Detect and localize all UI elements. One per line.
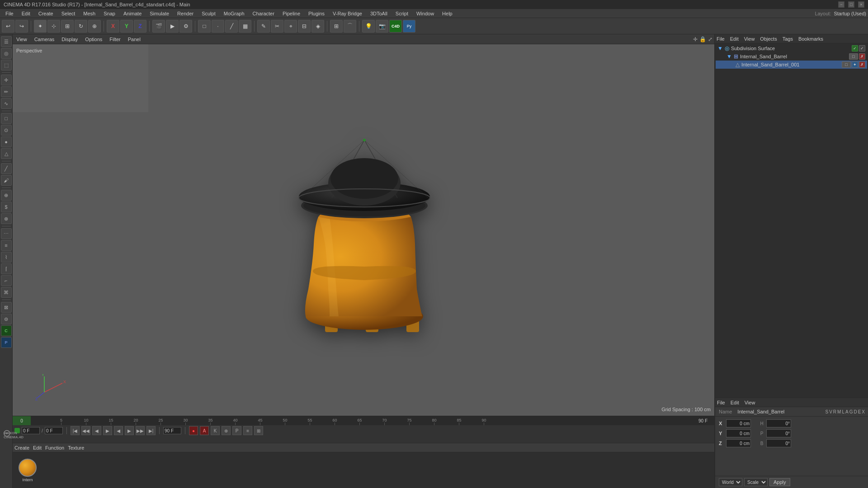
attr-tab-file[interactable]: File <box>717 400 725 405</box>
menu-character[interactable]: Character <box>249 10 278 17</box>
first-frame-button[interactable]: |◀ <box>71 426 80 435</box>
menu-sculpt[interactable]: Sculpt <box>198 10 219 17</box>
vp-menu-cameras[interactable]: Cameras <box>33 36 57 43</box>
attr-v-icon[interactable]: V <box>829 409 832 414</box>
vp-icon-lock[interactable]: 🔒 <box>699 36 706 42</box>
x-axis-button[interactable]: X <box>107 20 119 33</box>
obj-mode-button[interactable]: □ <box>198 20 211 33</box>
menu-vray[interactable]: V-Ray Bridge <box>329 10 366 17</box>
left-tool-pen[interactable]: ✏ <box>1 86 12 97</box>
select-tool[interactable]: ✦ <box>34 20 47 33</box>
subdivision-expand-icon[interactable]: ▼ <box>717 45 723 52</box>
barrel-badge-1[interactable]: □ <box>849 53 858 60</box>
timeline-extra-2[interactable]: ⊞ <box>254 426 263 435</box>
timeline-ruler[interactable]: 0 5 10 15 20 25 30 35 40 45 50 55 60 65 … <box>13 416 714 425</box>
spline-tool[interactable]: ⌒ <box>344 20 356 33</box>
obj-row-subdivision[interactable]: ▼ ◎ Subdivision Surface ✓ ✓ <box>716 44 867 52</box>
left-tool-spline[interactable]: ∿ <box>1 98 12 109</box>
bevel-tool[interactable]: ◈ <box>311 20 324 33</box>
left-tool-b[interactable]: $ <box>1 202 12 212</box>
left-tool-c[interactable]: ⊗ <box>1 213 12 224</box>
attr-a-icon[interactable]: A <box>845 409 849 414</box>
vp-menu-filter[interactable]: Filter <box>108 36 122 43</box>
play-button[interactable]: ▶ <box>103 426 112 435</box>
subdivision-badge-green[interactable]: ✓ <box>852 45 858 52</box>
menu-script[interactable]: Script <box>392 10 412 17</box>
z-pos-input[interactable] <box>726 439 751 447</box>
left-tool-e[interactable]: ≡ <box>1 240 12 251</box>
y-rot-input[interactable] <box>766 429 791 437</box>
menu-animate[interactable]: Animate <box>120 10 145 17</box>
left-tool-sphere[interactable]: ● <box>1 136 12 147</box>
menu-render[interactable]: Render <box>174 10 197 17</box>
vp-menu-display[interactable]: Display <box>60 36 80 43</box>
left-tool-i[interactable]: ⌘ <box>1 287 12 298</box>
left-tool-d[interactable]: ⋯ <box>1 228 12 239</box>
attr-tab-edit[interactable]: Edit <box>731 400 739 405</box>
timeline-extra-1[interactable]: ≡ <box>243 426 252 435</box>
close-button[interactable]: × <box>858 1 864 8</box>
left-tool-g[interactable]: ⌈ <box>1 263 12 274</box>
obj-tab-edit[interactable]: Edit <box>730 36 739 42</box>
menu-help[interactable]: Help <box>439 10 456 17</box>
attr-g-icon[interactable]: G <box>849 409 853 414</box>
vp-menu-view[interactable]: View <box>14 36 29 43</box>
y-pos-input[interactable] <box>726 429 751 437</box>
prev-key-button[interactable]: ◀◀ <box>81 426 90 435</box>
play-reverse-button[interactable]: ▶ <box>114 426 123 435</box>
barrel001-badge-1[interactable]: □ <box>842 61 851 68</box>
vp-menu-panel[interactable]: Panel <box>126 36 142 43</box>
point-mode-button[interactable]: · <box>212 20 224 33</box>
left-tool-cylinder[interactable]: ⊙ <box>1 125 12 136</box>
menu-edit[interactable]: Edit <box>18 10 34 17</box>
menu-3dtoall[interactable]: 3DToAll <box>367 10 391 17</box>
vp-menu-options[interactable]: Options <box>83 36 104 43</box>
left-tool-cone[interactable]: △ <box>1 148 12 159</box>
attr-e-icon[interactable]: E <box>858 409 861 414</box>
render-button[interactable]: ▶ <box>166 20 179 33</box>
viewport[interactable]: Perspective <box>13 44 714 416</box>
barrel-badge-2[interactable]: ✗ <box>859 53 865 60</box>
subdivision-badge-check[interactable]: ✓ <box>859 45 865 52</box>
edge-mode-button[interactable]: ╱ <box>225 20 238 33</box>
left-tool-j[interactable]: ⊜ <box>1 314 12 324</box>
menu-mesh[interactable]: Mesh <box>80 10 99 17</box>
attr-s-icon[interactable]: S <box>825 409 828 414</box>
extrude-tool[interactable]: ⊟ <box>298 20 311 33</box>
attr-r-icon[interactable]: R <box>833 409 836 414</box>
obj-tab-tags[interactable]: Tags <box>783 36 793 42</box>
transform-tool[interactable]: ⊕ <box>88 20 101 33</box>
left-tool-move[interactable]: ✛ <box>1 75 12 85</box>
move-tool[interactable]: ⊹ <box>47 20 60 33</box>
obj-tab-view[interactable]: View <box>744 36 755 42</box>
x-pos-input[interactable] <box>726 419 751 427</box>
scale-select[interactable]: Scale <box>744 478 768 486</box>
left-tool-selection[interactable]: ⬚ <box>1 60 12 70</box>
obj-row-barrel[interactable]: ▼ ⊞ Internal_Sand_Barrel □ ✗ <box>716 52 867 61</box>
menu-plugins[interactable]: Plugins <box>305 10 328 17</box>
vp-icon-move[interactable]: ✛ <box>693 36 698 42</box>
left-tool-texture[interactable]: ⊠ <box>1 302 12 313</box>
knife-tool[interactable]: ✂ <box>271 20 283 33</box>
world-select[interactable]: World <box>719 478 742 486</box>
mat-menu-texture[interactable]: Texture <box>68 445 84 450</box>
y-axis-button[interactable]: Y <box>120 20 133 33</box>
material-item-intern[interactable]: Intern <box>16 459 39 482</box>
end-frame-input[interactable] <box>163 427 181 434</box>
left-tool-a[interactable]: ⊕ <box>1 190 12 201</box>
auto-key-button[interactable]: A <box>200 426 209 435</box>
obj-tab-bookmarks[interactable]: Bookmarks <box>798 36 823 42</box>
menu-window[interactable]: Window <box>413 10 438 17</box>
render-view-button[interactable]: 🎬 <box>152 20 165 33</box>
left-tool-1[interactable]: ☰ <box>1 36 12 47</box>
attr-x-icon[interactable]: X <box>862 409 865 414</box>
scale-tool[interactable]: ⊞ <box>61 20 74 33</box>
menu-snap[interactable]: Snap <box>100 10 119 17</box>
attr-d-icon[interactable]: D <box>854 409 857 414</box>
left-tool-box[interactable]: □ <box>1 113 12 124</box>
menu-mograph[interactable]: MoGraph <box>220 10 248 17</box>
minimize-button[interactable]: − <box>838 1 844 8</box>
obj-tab-file[interactable]: File <box>717 36 725 42</box>
next-key-button[interactable]: ▶▶ <box>136 426 145 435</box>
left-tool-py2[interactable]: P <box>1 337 12 348</box>
